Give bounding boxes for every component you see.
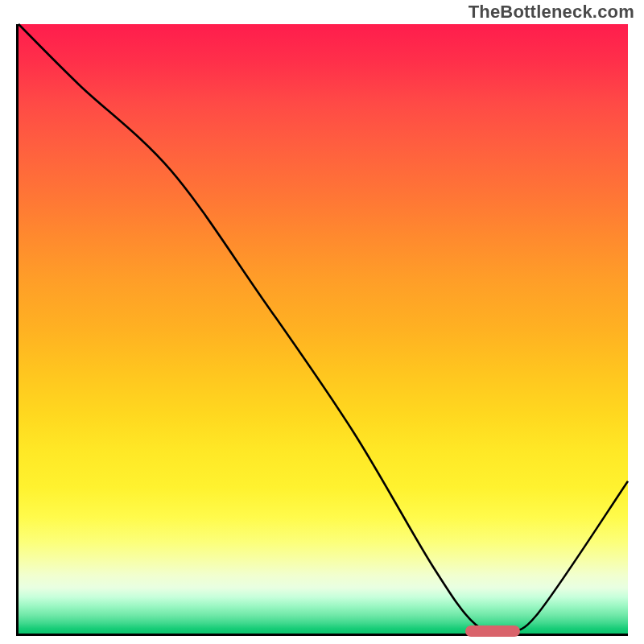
bottleneck-curve-path	[19, 24, 628, 630]
watermark-text: TheBottleneck.com	[469, 2, 634, 23]
chart-container: TheBottleneck.com	[0, 0, 644, 644]
plot-area	[16, 24, 628, 636]
optimal-range-marker	[465, 625, 520, 637]
curve-svg	[19, 24, 628, 634]
